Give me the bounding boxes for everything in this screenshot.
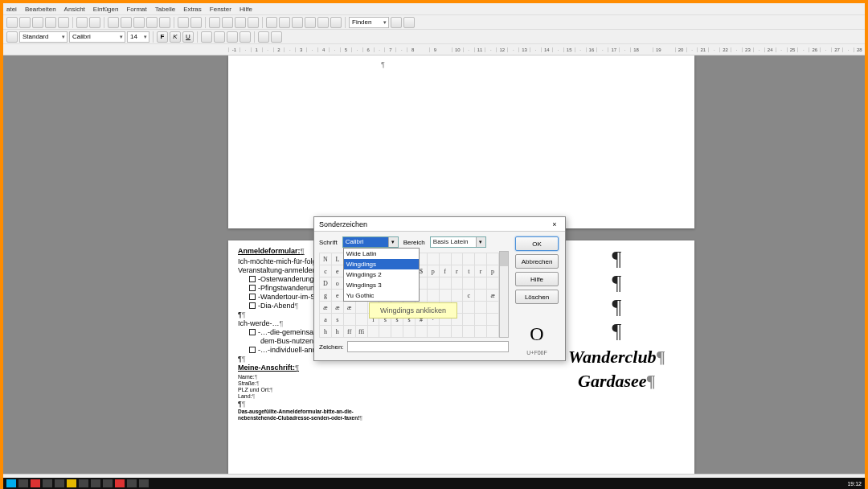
gallery-icon[interactable] <box>305 17 316 28</box>
area-combo[interactable]: Basis Latein ▾ <box>430 236 486 248</box>
char-cell[interactable] <box>463 253 475 265</box>
mail-icon[interactable] <box>45 17 56 28</box>
scrollbar-thumb[interactable] <box>500 252 508 266</box>
char-cell[interactable] <box>475 326 487 338</box>
find-input[interactable]: Finden <box>349 17 389 28</box>
taskbar-item[interactable] <box>127 479 137 487</box>
font-combo[interactable]: Calibri <box>69 31 125 43</box>
save-icon[interactable] <box>32 17 43 28</box>
format-paint-icon[interactable] <box>159 17 170 28</box>
taskbar-item[interactable] <box>18 479 28 487</box>
menu-item[interactable]: Bearbeiten <box>25 6 56 13</box>
char-cell[interactable]: p <box>427 265 439 277</box>
preview-icon[interactable] <box>89 17 100 28</box>
nonprinting-icon[interactable] <box>279 17 290 28</box>
char-cell[interactable]: D <box>320 277 332 290</box>
char-cell[interactable] <box>379 326 391 338</box>
char-cell[interactable] <box>367 326 379 338</box>
align-center-icon[interactable] <box>214 31 225 43</box>
align-justify-icon[interactable] <box>240 31 251 43</box>
cut-icon[interactable] <box>121 17 132 28</box>
start-icon[interactable] <box>6 479 16 487</box>
taskbar-item[interactable] <box>103 479 113 487</box>
paste-icon[interactable] <box>146 17 158 28</box>
print-icon[interactable] <box>76 17 88 28</box>
undo-icon[interactable] <box>178 17 189 28</box>
new-icon[interactable] <box>6 17 18 28</box>
char-cell[interactable]: f <box>439 265 451 277</box>
menu-item[interactable]: Fenster <box>210 6 231 13</box>
styles-icon[interactable] <box>6 31 18 43</box>
scrollbar[interactable] <box>499 251 509 338</box>
char-cell[interactable] <box>487 326 499 338</box>
align-left-icon[interactable] <box>201 31 212 43</box>
taskbar-item[interactable] <box>43 479 52 487</box>
char-cell[interactable]: e <box>331 265 343 277</box>
menu-item[interactable]: Ansicht <box>64 6 85 13</box>
char-cell[interactable] <box>475 253 487 265</box>
char-cell[interactable]: h <box>331 326 343 338</box>
taskbar-item[interactable] <box>55 479 64 487</box>
zoom-icon[interactable] <box>317 17 329 28</box>
hyperlink-icon[interactable] <box>209 17 220 28</box>
char-cell[interactable]: c <box>320 265 332 277</box>
menu-item[interactable]: Einfügen <box>93 6 119 13</box>
size-combo[interactable]: 14 <box>127 31 149 43</box>
font-color-icon[interactable] <box>258 31 269 43</box>
close-icon[interactable]: × <box>549 220 560 228</box>
char-cell[interactable] <box>343 314 355 326</box>
menu-item[interactable]: atei <box>6 6 17 13</box>
taskbar-item[interactable] <box>115 479 125 487</box>
char-cell[interactable] <box>475 277 487 290</box>
char-cell[interactable] <box>451 290 463 302</box>
char-cell[interactable] <box>475 314 487 326</box>
char-cell[interactable]: p <box>487 265 499 277</box>
dropdown-item[interactable]: Wingdings 2 <box>344 269 419 280</box>
help-button[interactable]: Hilfe <box>515 272 559 286</box>
char-cell[interactable] <box>391 326 403 338</box>
char-cell[interactable] <box>403 326 416 338</box>
char-cell[interactable]: g <box>320 290 332 302</box>
dropdown-item[interactable]: Yu Gothic <box>344 290 419 301</box>
char-cell[interactable]: æ <box>331 302 343 314</box>
char-cell[interactable] <box>463 277 475 290</box>
dialog-titlebar[interactable]: Sonderzeichen × <box>314 217 565 232</box>
cancel-button[interactable]: Abbrechen <box>515 254 559 269</box>
italic-button[interactable]: K <box>170 31 181 43</box>
char-cell[interactable] <box>475 302 487 314</box>
delete-button[interactable]: Löschen <box>515 290 559 304</box>
navigator-icon[interactable] <box>292 17 303 28</box>
char-cell[interactable] <box>427 290 439 302</box>
chevron-down-icon[interactable]: ▾ <box>388 237 398 247</box>
char-cell[interactable]: æ <box>320 302 332 314</box>
char-cell[interactable] <box>427 326 439 338</box>
zeichen-input[interactable] <box>347 341 509 352</box>
char-cell[interactable] <box>475 290 487 302</box>
chart-icon[interactable] <box>248 17 259 28</box>
char-cell[interactable]: L <box>331 253 343 265</box>
dropdown-item[interactable]: Wide Latin <box>344 249 419 259</box>
taskbar-item[interactable] <box>91 479 100 487</box>
dropdown-item[interactable]: Wingdings 3 <box>344 280 419 290</box>
open-icon[interactable] <box>19 17 31 28</box>
char-cell[interactable] <box>463 302 475 314</box>
char-cell[interactable] <box>487 314 499 326</box>
bold-button[interactable]: F <box>157 31 168 43</box>
char-cell[interactable] <box>487 277 499 290</box>
char-cell[interactable]: æ <box>487 290 499 302</box>
char-cell[interactable]: ff <box>343 326 355 338</box>
char-cell[interactable]: c <box>463 290 475 302</box>
menu-item[interactable]: Format <box>126 6 146 13</box>
char-cell[interactable] <box>439 277 451 290</box>
char-cell[interactable] <box>439 326 451 338</box>
char-cell[interactable]: r <box>475 265 487 277</box>
clock[interactable]: 19:12 <box>847 481 862 487</box>
char-cell[interactable] <box>415 326 427 338</box>
char-cell[interactable] <box>463 326 475 338</box>
table-icon[interactable] <box>222 17 233 28</box>
char-cell[interactable] <box>487 302 499 314</box>
char-cell[interactable] <box>439 253 451 265</box>
find-next-icon[interactable] <box>391 17 402 28</box>
char-cell[interactable]: h <box>320 326 332 338</box>
highlight-icon[interactable] <box>271 31 282 43</box>
